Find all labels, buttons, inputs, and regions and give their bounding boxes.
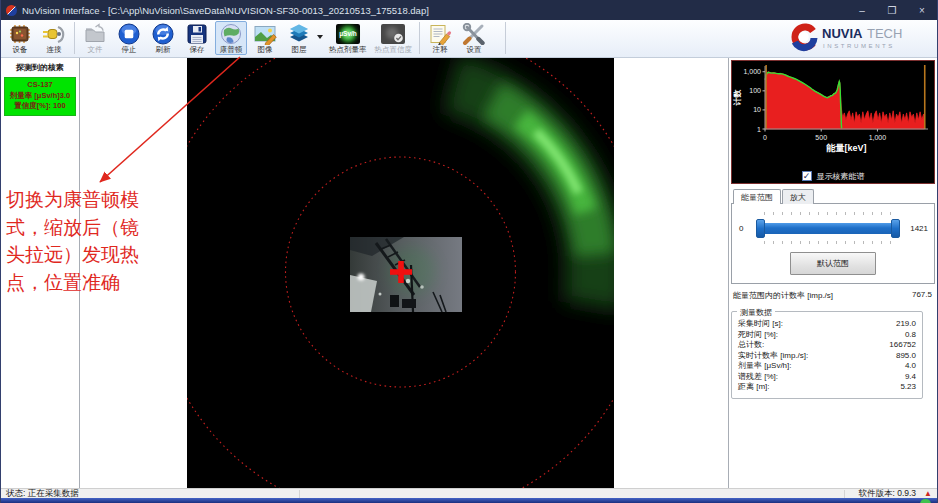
device-chip-icon [7, 23, 33, 45]
measurement-value: 219.0 [896, 319, 916, 330]
taskbar-app-icon [920, 499, 931, 503]
measurement-data-group: 测量数据 采集时间 [s]:219.0死时间 [%]:0.8总计数:166752… [731, 311, 923, 399]
hotspot-dose-button[interactable]: μSv/h 热点剂量率 [326, 21, 370, 55]
connect-plug-icon [41, 23, 67, 45]
nuclide-card-cs137[interactable]: CS-137 剂量率 [μSv/h]3.0 置信度[%]: 100 [4, 77, 76, 116]
svg-text:μSv/h: μSv/h [339, 30, 357, 38]
connect-button[interactable]: 连接 [38, 21, 70, 55]
slider-ticks [764, 212, 892, 215]
svg-text:NUVIA: NUVIA [822, 26, 863, 41]
main-area: 探测到的核素 CS-137 剂量率 [μSv/h]3.0 置信度[%]: 100 [1, 58, 937, 488]
svg-text:1: 1 [757, 126, 761, 133]
layers-dropdown-arrow[interactable] [317, 35, 323, 39]
hotspot-confidence-icon [378, 23, 408, 45]
toolbar-label: 设置 [467, 45, 482, 54]
layers-button[interactable]: 图层 [283, 21, 315, 55]
warning-triangle-icon: ▲ [924, 490, 932, 498]
device-button[interactable]: 设备 [4, 21, 36, 55]
measurement-label: 总计数: [738, 340, 764, 351]
toolbar-label: 停止 [122, 45, 137, 54]
tab-energy-range[interactable]: 能量范围 [733, 189, 781, 204]
slider-handle-max[interactable] [891, 219, 900, 238]
title-bar: NuVision Interface - [C:\App\NuVision\Sa… [1, 0, 937, 20]
nuclide-name: CS-137 [5, 80, 75, 91]
save-button[interactable]: 保存 [181, 21, 213, 55]
file-folder-icon [82, 23, 108, 45]
measured-spectrum [765, 72, 924, 129]
measurement-value: 166752 [889, 340, 916, 351]
right-panel: 1101001,00005001,000能量[keV]计数 ✓ 显示核素能谱 能… [728, 58, 937, 488]
nuclide-dose-rate: 剂量率 [μSv/h]3.0 [5, 91, 75, 102]
nuviatech-logo-icon: NUVIA TECH INSTRUMENTS [789, 23, 927, 53]
taskbar-strip [1, 498, 937, 503]
hotspot-dose-icon: μSv/h [333, 23, 363, 45]
layers-icon [286, 23, 312, 45]
energy-range-slider[interactable] [756, 211, 900, 245]
stop-button[interactable]: 停止 [113, 21, 145, 55]
refresh-icon [150, 23, 176, 45]
toolbar-separator [74, 22, 75, 54]
svg-text:500: 500 [815, 134, 827, 141]
measurement-value: 5.23 [900, 382, 916, 393]
x-axis-label: 能量[keV] [825, 143, 866, 153]
app-window: NuVision Interface - [C:\App\NuVision\Sa… [0, 0, 938, 503]
settings-button[interactable]: 设置 [458, 21, 490, 55]
compton-globe-icon [218, 23, 244, 45]
measurement-row: 实时计数率 [imp./s]:895.0 [736, 351, 918, 362]
close-button[interactable]: × [907, 0, 937, 20]
svg-text:0: 0 [763, 134, 767, 141]
image-button[interactable]: 图像 [249, 21, 281, 55]
show-nuclide-spectrum-checkbox[interactable]: ✓ [802, 171, 812, 181]
svg-text:INSTRUMENTS: INSTRUMENTS [823, 43, 895, 49]
svg-text:100: 100 [749, 87, 761, 94]
toolbar-label: 康普顿 [220, 45, 243, 54]
measurement-rows: 采集时间 [s]:219.0死时间 [%]:0.8总计数:166752实时计数率… [736, 319, 918, 393]
svg-text:10: 10 [753, 106, 761, 113]
spectrum-chart: 1101001,00005001,000能量[keV]计数 [732, 61, 935, 161]
measurement-label: 死时间 [%]: [738, 330, 778, 341]
measurement-row: 谱残差 [%]:9.4 [736, 372, 918, 383]
measurement-label: 距离 [m]: [738, 382, 770, 393]
toolbar-label: 文件 [88, 45, 103, 54]
maximize-button[interactable]: ❐ [877, 0, 907, 20]
window-title: NuVision Interface - [C:\App\NuVision\Sa… [22, 5, 429, 16]
toolbar-label: 刷新 [156, 45, 171, 54]
compton-overlay [187, 58, 614, 488]
annotate-icon [427, 23, 453, 45]
default-range-button[interactable]: 默认范围 [790, 252, 876, 275]
gamma-image [187, 58, 614, 488]
detected-nuclides-panel: 探测到的核素 CS-137 剂量率 [μSv/h]3.0 置信度[%]: 100 [1, 58, 80, 488]
toolbar-separator [419, 22, 420, 54]
toolbar-label: 保存 [190, 45, 205, 54]
brand-logo: NUVIA TECH INSTRUMENTS [789, 21, 935, 55]
annotate-button[interactable]: 注释 [424, 21, 456, 55]
save-floppy-icon [184, 23, 210, 45]
measurement-row: 采集时间 [s]:219.0 [736, 319, 918, 330]
slider-handle-min[interactable] [756, 219, 765, 238]
measurement-label: 谱残差 [%]: [738, 372, 778, 383]
tab-zoom[interactable]: 放大 [782, 189, 814, 204]
toolbar-label: 连接 [47, 45, 62, 54]
app-icon [6, 5, 17, 16]
settings-tools-icon [461, 23, 487, 45]
measurement-label: 剂量率 [μSv/h]: [738, 361, 792, 372]
y-axis-label: 计数 [733, 89, 742, 107]
measurement-data-title: 测量数据 [737, 307, 775, 318]
measurement-value: 0.8 [905, 330, 916, 341]
energy-min-value: 0 [737, 224, 753, 233]
spectrum-panel: 1101001,00005001,000能量[keV]计数 ✓ 显示核素能谱 [731, 60, 935, 184]
statusbar-separator [844, 490, 845, 498]
toolbar-label: 设备 [13, 45, 28, 54]
refresh-button[interactable]: 刷新 [147, 21, 179, 55]
hotspot-confidence-button: 热点置信度 [372, 21, 416, 55]
svg-text:TECH: TECH [867, 26, 902, 41]
compton-button[interactable]: 康普顿 [215, 21, 247, 55]
minimize-button[interactable]: – [847, 0, 877, 20]
measurement-row: 剂量率 [μSv/h]:4.0 [736, 361, 918, 372]
detected-nuclides-header: 探测到的核素 [1, 58, 79, 76]
toolbar-separator [505, 22, 506, 54]
energy-range-group: 能量范围 放大 0 1421 [731, 189, 935, 303]
show-nuclide-spectrum-label: 显示核素能谱 [817, 171, 865, 182]
measurement-row: 总计数:166752 [736, 340, 918, 351]
slider-track[interactable] [758, 223, 898, 234]
